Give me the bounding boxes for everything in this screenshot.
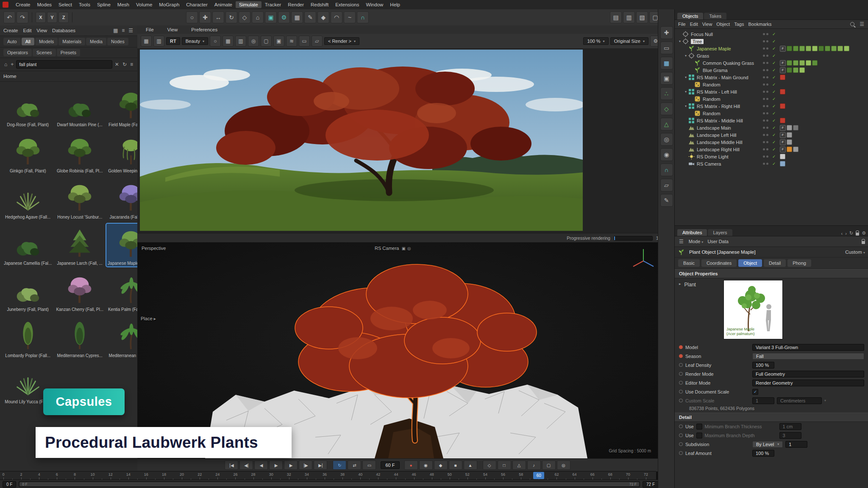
asset-tile-hedgehog-agave-fall[interactable]: Hedgehog Agave (Fall...	[3, 177, 53, 220]
tab-attributes[interactable]: Attributes	[677, 229, 707, 236]
om-menu-file[interactable]: File	[678, 22, 686, 27]
enabled-check-icon[interactable]: ✓	[772, 111, 776, 116]
gear-icon[interactable]: ⚙	[862, 230, 866, 236]
tag-chips[interactable]: F	[780, 67, 805, 73]
region-icon[interactable]: ▢	[261, 36, 272, 47]
ab-tab-auto[interactable]: Auto	[3, 38, 21, 45]
min-branch-checkbox[interactable]	[696, 424, 702, 430]
section-detail[interactable]: Detail	[675, 413, 868, 422]
pla-record-icon[interactable]: △	[512, 460, 526, 470]
visibility-dots[interactable]	[763, 148, 768, 150]
rt-button[interactable]: RT	[166, 37, 180, 45]
layout-icon-3[interactable]: ▧	[636, 11, 648, 23]
tag-chips[interactable]	[780, 118, 785, 123]
workplane-icon[interactable]: ▱	[660, 179, 673, 191]
polygons-mode-icon[interactable]: △	[660, 118, 673, 130]
om-menu-edit[interactable]: Edit	[690, 22, 698, 27]
filter-stack-icon[interactable]: ≋	[286, 36, 297, 47]
leaf-amount-field[interactable]: 100 %	[752, 450, 774, 457]
render-mode-dropdown[interactable]: Full Geometry	[752, 371, 864, 377]
menu-character[interactable]: Character	[183, 1, 211, 8]
preview-range-icon[interactable]: ▭	[362, 460, 376, 470]
viewport-camera-label[interactable]: RS Camera ▣◎	[375, 246, 411, 251]
asset-tile-globe-robinia-fall-pl[interactable]: Globe Robinia (Fall, Pl...	[55, 131, 105, 174]
tag-chips[interactable]	[780, 103, 785, 109]
enabled-check-icon[interactable]: ✓	[772, 133, 776, 137]
object-row-landscape-left-hill[interactable]: Landscape Left Hill✓F	[675, 131, 868, 139]
tag-chips[interactable]: F	[780, 139, 792, 145]
add-folder-icon[interactable]: +	[10, 61, 14, 67]
dof-icon[interactable]: ◎	[248, 36, 259, 47]
mograph-icon[interactable]: ◆	[317, 11, 329, 23]
visibility-dots[interactable]	[763, 55, 768, 57]
keyframe-selection-icon[interactable]: ◇	[483, 460, 496, 470]
expand-icon[interactable]: ▾	[677, 39, 682, 43]
anim-dot[interactable]	[679, 363, 683, 367]
tag-chips[interactable]	[780, 154, 785, 159]
visibility-dots[interactable]	[763, 91, 768, 93]
visibility-dots[interactable]	[763, 47, 768, 50]
expander-icon[interactable]: ▸	[679, 282, 681, 286]
menu-extensions[interactable]: Extensions	[332, 1, 362, 8]
rotate-tool-icon[interactable]: ↻	[225, 11, 237, 23]
clear-search-icon[interactable]: ✕	[114, 61, 120, 67]
render-view-icon[interactable]: ▣	[265, 11, 277, 23]
object-row-focus-null[interactable]: Focus Null✓	[675, 30, 868, 38]
filter-icon[interactable]: ☰	[859, 21, 865, 27]
model-dropdown[interactable]: Variant 3 Full-Grown	[752, 344, 864, 351]
season-dropdown[interactable]: Fall	[752, 353, 864, 360]
key-position-icon[interactable]: ◆	[434, 460, 448, 470]
subdivision-mode-dropdown[interactable]: By Level▾	[752, 441, 783, 448]
pen-tool-icon[interactable]: ✎	[304, 11, 316, 23]
visibility-dots[interactable]	[763, 141, 768, 143]
render-nav-dropdown[interactable]: < Render >▾	[324, 37, 359, 45]
om-menu-view[interactable]: View	[702, 22, 712, 27]
object-row-landscape-right-hill[interactable]: Landscape Right Hill✓F	[675, 146, 868, 153]
next-key-icon[interactable]: |▶	[299, 460, 312, 470]
undo-icon[interactable]: ↶	[3, 11, 15, 23]
menu-tools[interactable]: Tools	[75, 1, 94, 8]
sound-icon[interactable]: ♪	[527, 460, 541, 470]
enabled-check-icon[interactable]: ✓	[772, 147, 776, 152]
tag-chips[interactable]	[780, 161, 785, 166]
expand-icon[interactable]: ▾	[683, 90, 688, 94]
subdivision-field[interactable]: 1	[785, 441, 807, 448]
add-primitive-icon[interactable]: ▦	[291, 11, 303, 23]
menu-tracker[interactable]: Tracker	[262, 1, 285, 8]
asset-tile-kanzan-cherry-fall-pl[interactable]: Kanzan Cherry (Fall, Pl...	[55, 270, 105, 313]
asset-tile-honey-locust-sunbur[interactable]: Honey Locust 'Sunbur...	[55, 177, 105, 220]
enabled-check-icon[interactable]: ✓	[772, 161, 776, 166]
max-branch-checkbox[interactable]	[696, 433, 702, 438]
tab-detail[interactable]: Detail	[764, 259, 786, 267]
enabled-check-icon[interactable]: ✓	[772, 140, 776, 144]
asset-tile-japanese-larch-fall[interactable]: Japanese Larch (Fall, ...	[55, 224, 105, 266]
simulate-icon[interactable]: ~	[344, 11, 356, 23]
ab-tab-models[interactable]: Models	[35, 38, 58, 45]
app-logo-icon[interactable]	[3, 2, 8, 8]
enabled-check-icon[interactable]: ✓	[772, 75, 776, 80]
tag-chips[interactable]	[780, 75, 785, 80]
enabled-check-icon[interactable]: ✓	[772, 89, 776, 94]
tag-chips[interactable]: F	[780, 132, 792, 138]
last-tool-icon[interactable]: ◇	[239, 11, 250, 23]
asset-tile-dwarf-mountain-pine[interactable]: Dwarf Mountain Pine (...	[55, 85, 105, 128]
visibility-dots[interactable]	[763, 98, 768, 100]
object-row-grass[interactable]: ▾Grass✓	[675, 52, 868, 59]
user-data-menu[interactable]: User Data	[707, 239, 729, 244]
pin-lock-icon[interactable]	[862, 241, 865, 244]
use-document-scale-checkbox[interactable]: ✓	[752, 389, 758, 395]
model-mode-icon[interactable]: ▦	[660, 57, 673, 69]
tab-basic[interactable]: Basic	[678, 259, 700, 267]
place-tool-label[interactable]: Place ▸	[141, 316, 156, 322]
ab-compare-icon[interactable]: ▥	[235, 36, 246, 47]
object-row-japanese-maple[interactable]: Japanese Maple✓F	[675, 45, 868, 52]
menu-simulate[interactable]: Simulate	[236, 1, 262, 8]
edges-mode-icon[interactable]: ◇	[660, 103, 673, 115]
ab-tab-media[interactable]: Media	[86, 38, 106, 45]
om-menu-tags[interactable]: Tags	[734, 22, 744, 27]
enabled-check-icon[interactable]: ✓	[772, 53, 776, 58]
menu-spline[interactable]: Spline	[94, 1, 114, 8]
visibility-dots[interactable]	[763, 119, 768, 122]
ping-pong-icon[interactable]: ⇄	[348, 460, 361, 470]
object-row-rs-matrix-middle-hill[interactable]: RS Matrix - Middle Hill✓	[675, 117, 868, 124]
